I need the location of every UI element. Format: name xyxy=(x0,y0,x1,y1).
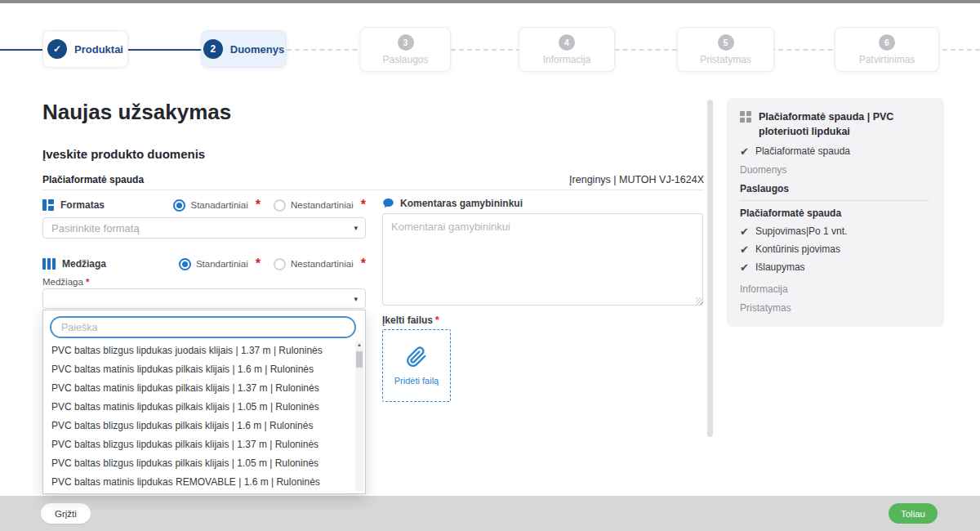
radio-formatas-nestandartiniai[interactable]: Nestandartiniai* xyxy=(274,198,366,212)
formatas-label: Formatas xyxy=(60,199,105,211)
material-option-list: PVC baltas blizgus lipdukas juodais klij… xyxy=(43,341,355,492)
required-asterisk: * xyxy=(361,198,366,212)
summary-item-text: Kontūrinis pjovimas xyxy=(755,243,840,255)
back-button[interactable]: Grįžti xyxy=(41,503,91,524)
content-scrollbar[interactable] xyxy=(707,100,713,437)
footer-bar: Grįžti Toliau xyxy=(0,496,980,531)
comment-label: Komentaras gamybininkui xyxy=(400,198,523,209)
radio-unselected-icon[interactable] xyxy=(274,199,286,212)
radio-medziaga-standartiniai[interactable]: Standartiniai* xyxy=(179,257,261,271)
check-icon: ✔ xyxy=(740,244,749,255)
step-completed-check-icon: ✓ xyxy=(47,39,67,59)
page-title: Naujas užsakymas xyxy=(42,100,231,125)
material-option[interactable]: PVC baltas blizgus lipdukas pilkais klij… xyxy=(43,453,355,472)
chevron-down-icon: ▾ xyxy=(354,295,358,303)
radio-selected-icon[interactable] xyxy=(179,258,191,270)
summary-item-text: Supjovimas|Po 1 vnt. xyxy=(755,225,848,237)
product-header-row: Plačiaformatė spauda Įrenginys | MUTOH V… xyxy=(42,170,704,190)
upload-label: Įkelti failus* xyxy=(382,315,439,326)
material-option[interactable]: PVC baltas matinis lipdukas REMOVABLE | … xyxy=(43,472,355,491)
step-paslaugos[interactable]: 3 Paslaugos xyxy=(360,27,451,72)
chevron-down-icon: ▾ xyxy=(354,224,358,232)
summary-nav-informacija[interactable]: Informacija xyxy=(740,283,929,295)
summary-nav-duomenys[interactable]: Duomenys xyxy=(740,164,929,176)
medziaga-label-group: Medžiaga xyxy=(42,258,106,270)
step-produktai[interactable]: ✓ Produktai xyxy=(42,30,128,68)
summary-services-group-title: Plačiaformatė spauda xyxy=(740,207,929,219)
comment-textarea[interactable] xyxy=(382,213,703,306)
formatas-select-placeholder: Pasirinkite formatą xyxy=(51,222,140,234)
step-label: Produktai xyxy=(74,43,123,56)
step-label: Paslaugos xyxy=(382,54,428,65)
summary-service-item: ✔ Išlaupymas xyxy=(740,261,929,273)
check-icon: ✔ xyxy=(740,226,749,237)
required-asterisk: * xyxy=(361,257,366,271)
summary-nav-pristatymas[interactable]: Pristatymas xyxy=(740,302,929,314)
order-summary-panel: Plačiaformatė spauda | PVC ploteriuoti l… xyxy=(727,98,944,327)
material-dropdown-panel: PVC baltas blizgus lipdukas juodais klij… xyxy=(42,310,366,494)
step-number-badge: 6 xyxy=(879,34,895,51)
check-icon: ✔ xyxy=(740,262,749,273)
radio-label: Nestandartiniai xyxy=(291,259,354,269)
format-icon xyxy=(42,199,54,211)
textarea-resize-handle[interactable] xyxy=(696,297,703,305)
step-informacija[interactable]: 4 Informacija xyxy=(519,27,615,72)
material-option[interactable]: PVC baltas blizgus lipdukas juodais klij… xyxy=(43,341,355,359)
step-patvirtinimas[interactable]: 6 Patvirtinimas xyxy=(835,27,939,72)
device-label: Įrenginys | MUTOH VJ-1624X xyxy=(569,174,704,185)
step-duomenys[interactable]: 2 Duomenys xyxy=(201,30,287,68)
step-label: Patvirtinimas xyxy=(859,54,915,65)
summary-nav-paslaugos[interactable]: Paslaugos xyxy=(740,183,929,194)
step-pristatymas[interactable]: 5 Pristatymas xyxy=(677,27,774,72)
required-asterisk: * xyxy=(256,198,261,212)
formatas-row: Formatas Stanadartiniai* Nestandartiniai… xyxy=(42,198,366,212)
material-option[interactable]: PVC baltas matinis lipdukas pilkais klij… xyxy=(43,397,355,416)
material-search-input[interactable] xyxy=(50,316,356,338)
product-title: Plačiaformatė spauda xyxy=(42,174,144,185)
summary-product-title: Plačiaformatė spauda | PVC ploteriuoti l… xyxy=(759,109,926,139)
formatas-select[interactable]: Pasirinkite formatą ▾ xyxy=(42,217,366,239)
medziaga-row: Medžiaga Standartiniai* Nestandartiniai* xyxy=(42,257,366,271)
step-number-badge: 2 xyxy=(203,39,223,59)
formatas-label-group: Formatas xyxy=(42,199,105,211)
radio-medziaga-nestandartiniai[interactable]: Nestandartiniai* xyxy=(274,257,366,271)
summary-item-text: Išlaupymas xyxy=(755,261,805,273)
comment-label-group: Komentaras gamybininkui xyxy=(382,197,523,209)
scroll-up-arrow-icon[interactable]: ▲ xyxy=(355,341,363,349)
material-option[interactable]: PVC baltas matinis lipdukas pilkais klij… xyxy=(43,359,355,378)
field-label-text: Medžiaga xyxy=(42,277,83,287)
paperclip-icon xyxy=(406,346,427,368)
section-subtitle: Įveskite produkto duomenis xyxy=(42,147,205,161)
radio-formatas-standartiniai[interactable]: Stanadartiniai* xyxy=(173,198,261,212)
radio-label: Nestandartiniai xyxy=(291,200,354,210)
summary-service-item: ✔ Kontūrinis pjovimas xyxy=(740,243,929,255)
step-number-badge: 3 xyxy=(398,34,414,51)
summary-completed-product: ✔ Plačiaformatė spauda xyxy=(740,145,929,157)
summary-item-text: Plačiaformatė spauda xyxy=(755,145,850,157)
add-file-label: Pridėti failą xyxy=(394,376,439,386)
radio-label: Stanadartiniai xyxy=(190,200,247,210)
grid-icon xyxy=(740,111,751,123)
window-top-strip xyxy=(0,0,980,3)
radio-label: Standartiniai xyxy=(196,259,248,269)
material-option[interactable]: PVC baltas blizgus lipdukas pilkais klij… xyxy=(43,416,355,435)
material-option[interactable]: PVC baltas matinis lipdukas pilkais klij… xyxy=(43,378,355,397)
dropdown-scrollbar-thumb[interactable] xyxy=(356,351,363,368)
medziaga-label: Medžiaga xyxy=(62,258,106,270)
material-option[interactable]: PVC baltas blizgus lipdukas pilkais klij… xyxy=(43,435,355,453)
add-file-button[interactable]: Pridėti failą xyxy=(382,329,451,402)
required-asterisk: * xyxy=(435,315,439,326)
medziaga-select[interactable]: ▾ xyxy=(42,288,366,309)
next-button[interactable]: Toliau xyxy=(889,503,938,524)
chat-bubble-icon xyxy=(382,197,394,209)
radio-selected-icon[interactable] xyxy=(173,199,185,212)
medziaga-field-label: Medžiaga* xyxy=(42,277,89,287)
radio-unselected-icon[interactable] xyxy=(274,258,286,270)
dropdown-scrollbar[interactable]: ▲ xyxy=(355,341,363,491)
summary-divider xyxy=(740,200,929,201)
material-icon xyxy=(42,258,56,270)
step-label: Duomenys xyxy=(230,43,284,56)
upload-label-text: Įkelti failus xyxy=(382,315,433,326)
check-icon: ✔ xyxy=(740,146,749,157)
required-asterisk: * xyxy=(256,257,261,271)
